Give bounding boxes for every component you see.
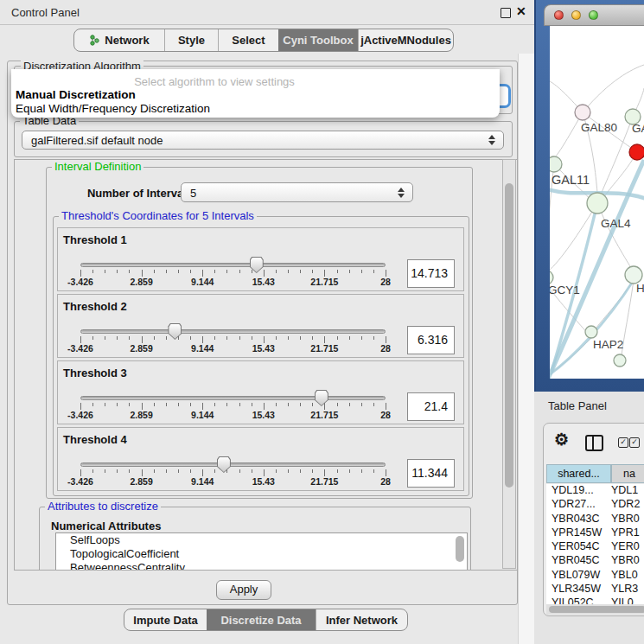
slider-tick xyxy=(264,336,265,343)
slider-tick-label: 2.859 xyxy=(130,343,152,354)
cell-name[interactable]: YLR3 xyxy=(611,583,638,596)
cell-name[interactable]: YIL0 xyxy=(611,596,634,604)
popup-item-manual-discretization[interactable]: Manual Discretization xyxy=(16,88,136,101)
gear-icon[interactable]: ⚙ xyxy=(554,431,569,448)
attribute-list-item[interactable]: BetweennessCentrality xyxy=(56,561,467,571)
cell-shared-name[interactable]: YLR345W xyxy=(546,583,611,596)
cell-name[interactable]: YBR0 xyxy=(611,513,640,526)
slider-thumb[interactable] xyxy=(315,390,328,406)
network-node[interactable] xyxy=(614,354,626,367)
network-node[interactable] xyxy=(575,105,590,120)
slider-tick xyxy=(105,469,105,473)
tab-infer-network[interactable]: Infer Network xyxy=(316,609,407,630)
slider-tick xyxy=(324,403,325,410)
network-view-canvas[interactable]: GAL80GAGAL11GAL4GCY1HHAP2 xyxy=(550,26,644,379)
tab-label: jActiveMNodules xyxy=(360,34,451,47)
scrollbar-thumb[interactable] xyxy=(549,606,644,613)
cell-shared-name[interactable]: YBR043C xyxy=(546,513,611,526)
minimize-traffic-light[interactable] xyxy=(571,10,581,20)
number-of-intervals-combo[interactable]: 5 xyxy=(181,182,413,202)
threshold-value-field[interactable]: 21.4 xyxy=(407,392,455,421)
split-column-icon[interactable] xyxy=(585,435,603,451)
slider-tick xyxy=(142,270,143,277)
table-row[interactable]: YBR043CYBR0 xyxy=(546,513,644,526)
tab-cyni-toolbox[interactable]: Cyni Toolbox xyxy=(278,29,358,51)
tab-jactivemnodules[interactable]: jActiveMNodules xyxy=(358,29,453,51)
table-panel-region: Table Panel ⚙ ✓ ✓ shared... na YDL19...Y… xyxy=(534,392,644,644)
threshold-value-field[interactable]: 6.316 xyxy=(407,326,455,354)
float-window-icon[interactable] xyxy=(501,8,511,18)
list-scrollbar[interactable] xyxy=(456,536,464,562)
table-row[interactable]: YDL19...YDL1 xyxy=(546,484,644,498)
tab-impute-data[interactable]: Impute Data xyxy=(124,609,207,630)
attribute-list-item[interactable]: SelfLoops xyxy=(56,533,467,547)
table-row[interactable]: YER054CYER0 xyxy=(546,540,644,554)
slider-tick xyxy=(202,403,203,410)
slider-tick xyxy=(80,403,81,410)
cell-shared-name[interactable]: YPR145W xyxy=(546,526,611,540)
settings-vertical-scrollbar[interactable] xyxy=(502,159,516,569)
slider-thumb[interactable] xyxy=(217,456,231,473)
cell-name[interactable]: YDL1 xyxy=(611,484,638,498)
cell-name[interactable]: YBR0 xyxy=(611,554,640,568)
zoom-traffic-light[interactable] xyxy=(589,10,598,20)
table-data-combo[interactable]: galFiltered.sif default node xyxy=(22,131,504,150)
slider-tick xyxy=(337,336,338,340)
network-node[interactable] xyxy=(550,156,562,172)
cell-shared-name[interactable]: YDR27... xyxy=(546,498,611,512)
checkbox-icon[interactable]: ✓ xyxy=(629,437,640,448)
close-icon[interactable]: ✕ xyxy=(516,4,526,18)
slider-tick xyxy=(202,469,203,476)
numerical-attributes-list[interactable]: SelfLoopsTopologicalCoefficientBetweenne… xyxy=(55,532,468,571)
scrollbar-thumb[interactable] xyxy=(505,183,513,488)
table-horizontal-scrollbar[interactable] xyxy=(546,604,644,615)
slider-tick xyxy=(92,403,93,406)
attribute-list-item[interactable]: TopologicalCoefficient xyxy=(56,547,467,561)
cell-name[interactable]: YBL0 xyxy=(611,569,638,583)
close-traffic-light[interactable] xyxy=(554,10,564,20)
slider-thumb[interactable] xyxy=(168,323,182,340)
threshold-value-field[interactable]: 11.344 xyxy=(407,459,455,488)
tab-discretize-data[interactable]: Discretize Data xyxy=(207,609,316,630)
network-edge[interactable] xyxy=(583,65,644,112)
network-node[interactable] xyxy=(625,266,642,284)
tab-select[interactable]: Select xyxy=(218,29,278,51)
cell-shared-name[interactable]: YER054C xyxy=(546,540,611,554)
column-header-shared[interactable]: shared... xyxy=(546,464,611,483)
cell-shared-name[interactable]: YIL052C xyxy=(546,596,611,604)
cell-name[interactable]: YPR1 xyxy=(611,526,640,540)
cell-shared-name[interactable]: YBR045C xyxy=(546,554,611,568)
slider-track[interactable] xyxy=(80,396,386,400)
table-row[interactable]: YLR345WYLR3 xyxy=(546,583,644,596)
table-row[interactable]: YBL079WYBL0 xyxy=(546,569,644,583)
network-node[interactable] xyxy=(587,193,608,214)
network-window-titlebar[interactable] xyxy=(544,4,644,26)
network-node[interactable] xyxy=(585,326,597,338)
table-data-value: galFiltered.sif default node xyxy=(31,134,163,147)
network-node[interactable] xyxy=(550,271,553,284)
slider-track[interactable] xyxy=(80,462,386,467)
slider-track[interactable] xyxy=(80,329,386,334)
slider-tick xyxy=(117,469,118,473)
cell-shared-name[interactable]: YBL079W xyxy=(546,569,611,583)
slider-tick xyxy=(214,336,215,340)
cell-shared-name[interactable]: YDL19... xyxy=(546,484,611,498)
cell-name[interactable]: YDR2 xyxy=(611,498,640,512)
slider-tick xyxy=(252,403,252,406)
table-row[interactable]: YIL052CYIL0 xyxy=(546,596,644,604)
tab-network[interactable]: Network xyxy=(74,29,164,51)
table-row[interactable]: YPR145WYPR1 xyxy=(546,526,644,540)
slider-tick xyxy=(300,336,301,340)
checkbox-icon[interactable]: ✓ xyxy=(618,437,628,448)
column-header-name[interactable]: na xyxy=(611,464,644,483)
network-node[interactable] xyxy=(629,144,644,160)
cell-name[interactable]: YER0 xyxy=(611,540,640,554)
table-row[interactable]: YDR27...YDR2 xyxy=(546,498,644,512)
slider-track[interactable] xyxy=(80,263,386,267)
threshold-value-field[interactable]: 14.713 xyxy=(407,259,455,288)
popup-item-equal-width-frequency[interactable]: Equal Width/Frequency Discretization xyxy=(16,102,210,115)
tab-style[interactable]: Style xyxy=(164,29,218,51)
apply-button[interactable]: Apply xyxy=(216,580,271,600)
table-row[interactable]: YBR045CYBR0 xyxy=(546,554,644,568)
node-label: GA xyxy=(632,122,644,135)
